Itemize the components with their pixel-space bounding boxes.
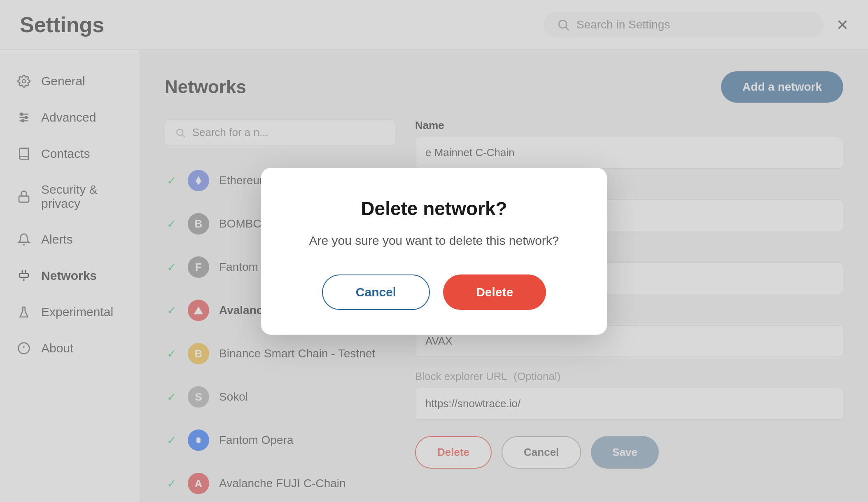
delete-modal: Delete network? Are you sure you want to… <box>261 168 607 335</box>
modal-delete-button[interactable]: Delete <box>443 274 546 310</box>
modal-title: Delete network? <box>294 197 574 220</box>
modal-overlay: Delete network? Are you sure you want to… <box>0 0 868 502</box>
modal-message: Are you sure you want to delete this net… <box>294 231 574 250</box>
modal-actions: Cancel Delete <box>294 274 574 310</box>
modal-cancel-button[interactable]: Cancel <box>322 274 430 310</box>
